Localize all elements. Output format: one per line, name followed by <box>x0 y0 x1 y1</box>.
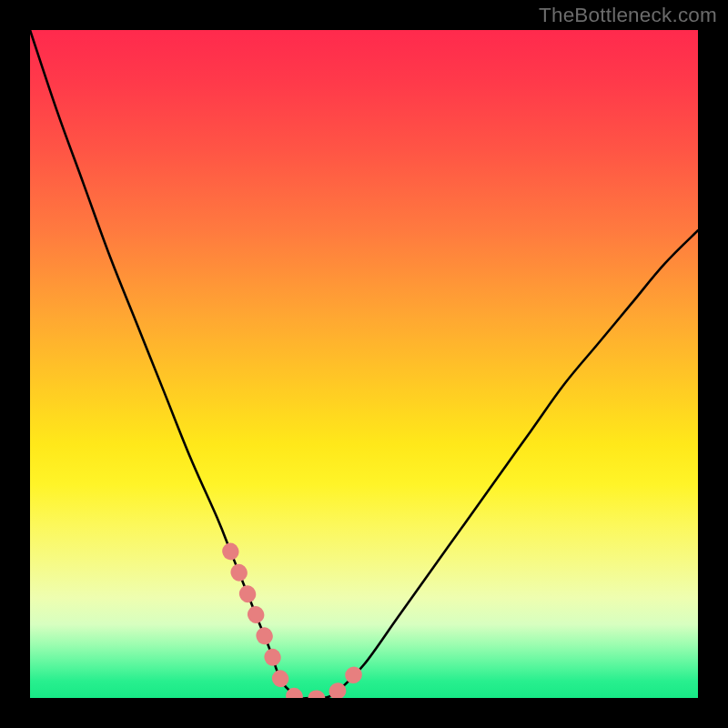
optimal-range-path <box>230 551 364 698</box>
plot-area <box>30 30 698 698</box>
bottleneck-curve-path <box>30 30 698 698</box>
watermark-text: TheBottleneck.com <box>539 4 717 27</box>
optimal-range-marker <box>230 551 364 698</box>
chart-frame: TheBottleneck.com <box>0 0 728 728</box>
curve-layer <box>30 30 698 698</box>
bottleneck-curve <box>30 30 698 698</box>
